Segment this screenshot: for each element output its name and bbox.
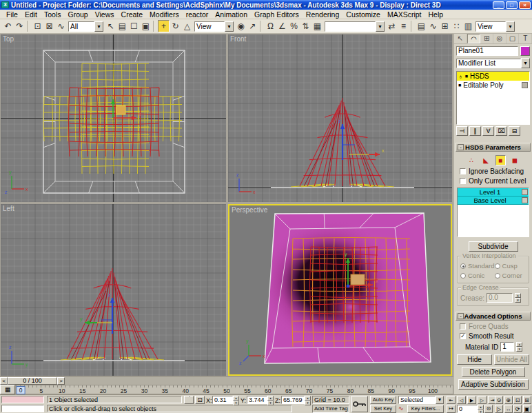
trackbar-tick-55[interactable]: 55 — [244, 387, 250, 394]
trackbar-tick-95[interactable]: 95 — [409, 387, 415, 394]
menu-customize[interactable]: Customize — [342, 10, 384, 19]
zoom-extents-all-button[interactable]: ⊞ — [523, 396, 531, 404]
radio-button[interactable] — [460, 263, 466, 269]
current-frame-spinner[interactable]: ▴▾ — [478, 405, 484, 413]
object-color-swatch[interactable] — [520, 46, 530, 56]
field-of-view-button[interactable]: ▷ — [495, 405, 503, 413]
trackbar-tick-25[interactable]: 25 — [121, 387, 127, 394]
next-frame-button[interactable]: ▷ — [478, 396, 487, 404]
transform-z-spinner[interactable]: ▴▾ — [305, 396, 311, 404]
smooth-result-checkbox[interactable]: ✓ Smooth Result — [460, 332, 532, 340]
snaps-toggle-button[interactable]: Ω — [265, 20, 276, 32]
viewport-top[interactable]: xyxyz Top — [1, 34, 226, 202]
trackbar-tick-15[interactable]: 15 — [79, 387, 85, 394]
radio-button[interactable] — [495, 263, 500, 269]
key-mode-toggle-button[interactable]: ↦ — [447, 405, 456, 413]
modifier-stack-item-editable-poly[interactable]: ■ Editable Poly — [457, 81, 529, 90]
selection-lock-toggle-button[interactable] — [184, 396, 194, 404]
maximize-button[interactable]: □ — [506, 1, 518, 9]
hide-button[interactable]: Hide — [457, 354, 492, 365]
material-id-field[interactable]: 1 — [500, 342, 514, 352]
collapse-icon[interactable]: - — [458, 313, 464, 319]
viewport-perspective-label[interactable]: Perspective — [232, 206, 267, 214]
create-tab[interactable]: ↖ — [454, 34, 467, 43]
zoom-button[interactable]: ⊙ — [495, 396, 503, 404]
spinner-down-icon[interactable]: ▾ — [267, 401, 274, 405]
modify-tab[interactable]: ◠ — [467, 34, 481, 43]
select-and-scale-button[interactable]: △ — [181, 20, 193, 32]
spinner-up-icon[interactable]: ▴ — [233, 396, 239, 401]
go-to-start-button[interactable]: ⇤ — [447, 396, 456, 404]
time-slider-handle[interactable]: 0 / 100 — [8, 377, 57, 385]
maximize-viewport-toggle-button[interactable]: ▣ — [523, 405, 531, 413]
trackbar-tick-40[interactable]: 40 — [182, 387, 188, 394]
trackbar-tick-60[interactable]: 60 — [265, 387, 271, 394]
trackbar-tick-80[interactable]: 80 — [347, 387, 354, 394]
trackbar-tick-35[interactable]: 35 — [162, 387, 168, 394]
hierarchy-tab[interactable]: ⊞ — [480, 34, 493, 43]
object-name-field[interactable]: Plane01 — [456, 46, 518, 56]
time-slider-next-button[interactable]: > — [57, 377, 65, 385]
crease-field[interactable]: 0.0 — [487, 293, 513, 303]
select-by-name-button[interactable]: ▤ — [116, 20, 128, 32]
spinner-snap-toggle-button[interactable]: ⇅ — [300, 20, 311, 32]
spinner-down-icon[interactable]: ▾ — [516, 347, 522, 352]
trackbar-tick-20[interactable]: 20 — [100, 387, 106, 394]
previous-frame-button[interactable]: ◁ — [457, 396, 466, 404]
visibility-bulb-icon[interactable]: ♁ — [458, 73, 463, 80]
spinner-up-icon[interactable]: ▴ — [267, 396, 274, 401]
time-configuration-button[interactable]: ⊙ — [484, 405, 493, 413]
play-button[interactable]: ▶ — [467, 396, 476, 404]
trackbar-tick-65[interactable]: 65 — [285, 387, 291, 394]
crease-spinner[interactable]: ▴▾ — [515, 293, 521, 303]
element-subobject-button[interactable]: ◼ — [510, 155, 520, 165]
pan-button[interactable]: ↔ — [504, 405, 513, 413]
subdivide-button[interactable]: Subdivide — [469, 241, 518, 252]
menu-animation[interactable]: Animation — [212, 10, 251, 19]
transform-y-field[interactable]: 3.744 — [247, 396, 267, 404]
material-editor-button[interactable]: ∷ — [451, 20, 462, 32]
utilities-tab[interactable]: T — [519, 34, 532, 43]
pin-stack-button[interactable]: ⊣ — [456, 126, 468, 136]
open-mini-curve-editor-button[interactable]: ▦ — [0, 385, 15, 394]
edge-subobject-button[interactable]: ◣ — [481, 155, 491, 165]
dropdown-arrow-icon[interactable]: ▾ — [94, 21, 103, 32]
macro-recorder-field[interactable] — [1, 396, 44, 403]
only-current-level-checkbox[interactable]: Only Current Level — [460, 177, 532, 185]
dropdown-arrow-icon[interactable]: ▾ — [225, 21, 234, 32]
mirror-button[interactable]: ⇄ — [386, 20, 398, 32]
motion-tab[interactable]: ◎ — [493, 34, 507, 43]
configure-modifier-sets-button[interactable]: ⊟ — [509, 126, 520, 136]
layer-manager-button[interactable]: ▤ — [416, 20, 427, 32]
polygon-subobject-button[interactable]: ■ — [495, 155, 506, 165]
trackbar-tick-5[interactable]: 5 — [40, 387, 43, 394]
menu-rendering[interactable]: Rendering — [303, 10, 342, 19]
delete-polygon-button[interactable]: Delete Polygon — [462, 367, 525, 377]
trackbar-tick-70[interactable]: 70 — [306, 387, 312, 394]
transform-x-field[interactable]: 0.31 — [212, 396, 233, 404]
checkbox-box[interactable] — [460, 168, 466, 174]
redo-button[interactable]: ↷ — [14, 20, 25, 32]
key-mode-dropdown-arrow-icon[interactable]: ▾ — [436, 396, 444, 404]
radio-button[interactable] — [460, 273, 466, 279]
reference-coordinate-system-dropdown[interactable]: View▾ — [194, 21, 234, 32]
percent-snap-toggle-button[interactable]: % — [288, 20, 300, 32]
menu-modifiers[interactable]: Modifiers — [146, 10, 183, 19]
spinner-up-icon[interactable]: ▴ — [515, 293, 521, 298]
named-selections-dropdown[interactable]: ▾ — [325, 21, 385, 32]
set-keys-toggle-button[interactable] — [351, 396, 368, 412]
set-key-button[interactable]: Set Key — [370, 405, 396, 413]
undo-button[interactable]: ↶ — [2, 20, 14, 32]
spinner-down-icon[interactable]: ▾ — [478, 410, 484, 413]
radio-button[interactable] — [495, 273, 500, 279]
level-edit-icon[interactable] — [522, 197, 528, 203]
spinner-down-icon[interactable]: ▾ — [305, 401, 311, 405]
align-button[interactable]: ≡ — [398, 20, 409, 32]
dropdown-arrow-icon[interactable]: ▾ — [506, 21, 515, 32]
spinner-down-icon[interactable]: ▾ — [515, 298, 521, 303]
collapse-icon[interactable]: - — [458, 144, 464, 150]
spinner-up-icon[interactable]: ▴ — [516, 342, 522, 347]
level-item-level-1[interactable]: Level 1 — [458, 188, 529, 197]
select-and-link-button[interactable]: ⊡ — [32, 20, 43, 32]
trackbar-tick-100[interactable]: 100 — [428, 387, 438, 394]
